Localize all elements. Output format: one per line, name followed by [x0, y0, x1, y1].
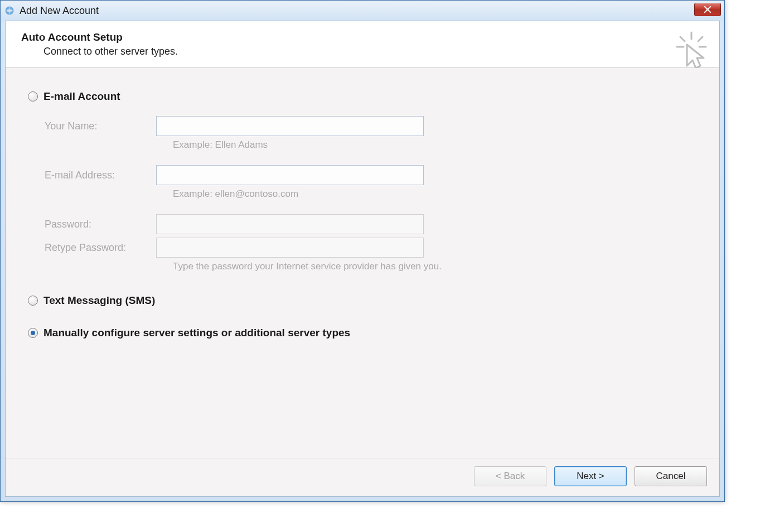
- back-button: < Back: [474, 466, 546, 486]
- radio-icon: [28, 296, 38, 306]
- cancel-button[interactable]: Cancel: [635, 466, 707, 486]
- name-input[interactable]: [156, 116, 424, 136]
- close-icon: [704, 6, 711, 13]
- header-area: Auto Account Setup Connect to other serv…: [6, 21, 719, 68]
- dialog-content: Auto Account Setup Connect to other serv…: [5, 21, 720, 497]
- footer-buttons: < Back Next > Cancel: [6, 458, 719, 496]
- cursor-click-icon: [675, 31, 708, 70]
- option-manual-configure[interactable]: Manually configure server settings or ad…: [28, 327, 697, 339]
- dialog-window: Add New Account Auto Account Setup Conne…: [0, 0, 725, 502]
- password-input[interactable]: [156, 214, 424, 234]
- name-label: Your Name:: [45, 120, 156, 132]
- radio-icon: [28, 328, 38, 338]
- radio-icon: [28, 91, 38, 101]
- email-label: E-mail Address:: [45, 170, 156, 181]
- option-email-label: E-mail Account: [43, 90, 120, 103]
- password-label: Password:: [45, 219, 156, 230]
- option-sms[interactable]: Text Messaging (SMS): [28, 294, 697, 307]
- email-form-block: Your Name: Example: Ellen Adams E-mail A…: [45, 116, 697, 272]
- close-button[interactable]: [694, 3, 721, 16]
- email-input[interactable]: [156, 165, 424, 185]
- option-sms-label: Text Messaging (SMS): [43, 294, 155, 307]
- retype-password-input[interactable]: [156, 238, 424, 258]
- titlebar: Add New Account: [1, 1, 724, 21]
- password-hint: Type the password your Internet service …: [173, 261, 697, 272]
- email-hint: Example: ellen@contoso.com: [173, 188, 697, 200]
- retype-label: Retype Password:: [45, 242, 156, 254]
- next-button[interactable]: Next >: [554, 466, 627, 486]
- svg-line-2: [680, 37, 685, 41]
- header-subtitle: Connect to other server types.: [43, 46, 704, 57]
- window-title: Add New Account: [20, 5, 99, 17]
- option-manual-label: Manually configure server settings or ad…: [43, 327, 350, 339]
- body-area: E-mail Account Your Name: Example: Ellen…: [6, 68, 719, 458]
- header-title: Auto Account Setup: [21, 31, 704, 43]
- app-icon: [4, 5, 15, 16]
- svg-line-3: [698, 37, 703, 41]
- name-hint: Example: Ellen Adams: [173, 139, 697, 151]
- option-email-account[interactable]: E-mail Account: [28, 90, 697, 103]
